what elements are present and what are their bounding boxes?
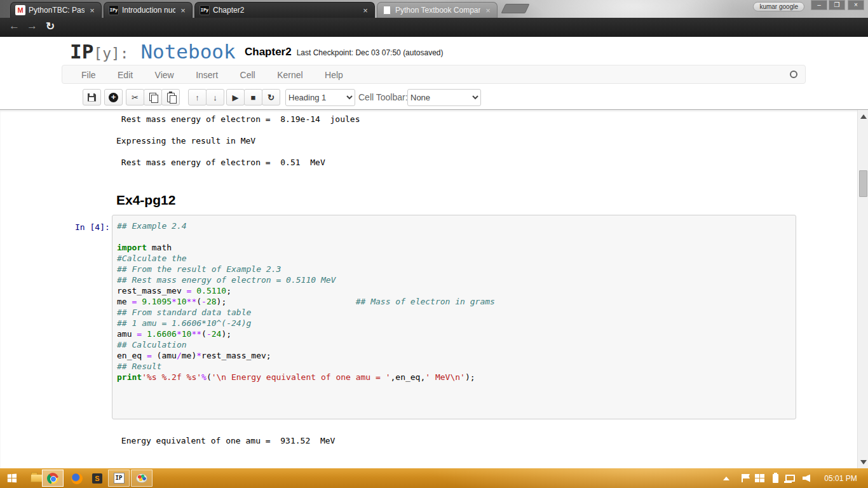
cut-cell-button[interactable]: ✂ [126, 89, 144, 105]
browser-tab-intro-nuclear[interactable]: IPy Introduction nuclear engin × [104, 2, 193, 18]
window-minimize-button[interactable]: – [811, 0, 827, 10]
back-icon[interactable]: ← [9, 20, 20, 32]
notebook-area: Rest mass energy of electron = 8.19e-14 … [0, 109, 868, 468]
tab-title: Python Textbook Compan [395, 6, 480, 15]
tab-close-icon[interactable]: × [179, 6, 187, 15]
browser-tab-textbook-companion[interactable]: Python Textbook Compan × [377, 2, 498, 18]
move-cell-down-button[interactable]: ↓ [206, 89, 224, 105]
move-cell-up-button[interactable]: ↑ [188, 89, 207, 105]
windows-taskbar: S IP 05:01 PM [0, 468, 868, 488]
paint-taskbar-button[interactable] [131, 470, 153, 487]
tab-title: Introduction nuclear engin [122, 6, 175, 15]
checkpoint-status: Last Checkpoint: Dec 03 07:50 (autosaved… [297, 48, 444, 57]
forward-icon[interactable]: → [27, 20, 37, 32]
chrome-taskbar-button[interactable] [42, 470, 64, 487]
browser-tab-gmail[interactable]: M PythonTBC: Password Rese × [10, 2, 102, 18]
menu-insert[interactable]: Insert [186, 65, 227, 85]
scrollbar[interactable] [857, 110, 868, 469]
cell-toolbar-label: Cell Toolbar: [358, 92, 408, 102]
menu-cell[interactable]: Cell [231, 65, 265, 85]
play-icon: ▶ [233, 93, 239, 102]
arrow-up-icon: ↑ [195, 93, 200, 102]
battery-status-button[interactable] [768, 468, 782, 488]
restart-kernel-button[interactable]: ↻ [262, 89, 280, 105]
window-grid-icon [755, 474, 764, 482]
ipython-favicon: IPy [109, 5, 119, 15]
tab-close-icon[interactable]: × [484, 6, 492, 15]
chrome-icon [47, 473, 58, 484]
firefox-taskbar-button[interactable] [66, 470, 88, 487]
menu-file[interactable]: File [72, 65, 105, 85]
menu-view[interactable]: View [146, 65, 184, 85]
tab-title: Chapter2 [213, 6, 358, 15]
paint-palette-icon [136, 473, 147, 483]
show-hidden-icons-button[interactable] [719, 468, 733, 488]
section-heading[interactable]: Ex4-pg12 [116, 193, 175, 208]
flag-icon [742, 474, 743, 482]
ipython-icon: IP [114, 473, 125, 484]
scroll-down-icon[interactable] [860, 460, 867, 464]
notebook-header: IP[y]: Notebook Chapter2Last Checkpoint:… [0, 37, 868, 65]
code-cell[interactable]: ## Example 2.4 import math#Calculate the… [112, 215, 796, 419]
arrow-down-icon: ↓ [213, 93, 217, 102]
menu-kernel[interactable]: Kernel [268, 65, 312, 85]
code-editor[interactable]: ## Example 2.4 import math#Calculate the… [117, 220, 796, 415]
input-prompt: In [4]: [75, 222, 110, 232]
gmail-icon: M [15, 5, 25, 15]
tab-close-icon[interactable]: × [88, 6, 97, 15]
interrupt-kernel-button[interactable]: ■ [244, 89, 262, 105]
add-cell-button[interactable]: + [104, 89, 123, 105]
notebook-title[interactable]: Chapter2 [245, 46, 292, 58]
run-cell-button[interactable]: ▶ [226, 89, 245, 105]
action-center-button[interactable] [735, 468, 750, 488]
scrollbar-thumb[interactable] [859, 170, 867, 197]
plus-icon: + [109, 93, 118, 102]
chevron-up-icon [723, 477, 729, 480]
taskbar-clock[interactable]: 05:01 PM [818, 468, 863, 488]
ipython-logo[interactable]: IP[y]: Notebook [70, 40, 236, 63]
tab-title: PythonTBC: Password Rese [29, 6, 85, 15]
save-button[interactable] [83, 89, 101, 105]
tab-close-icon[interactable]: × [361, 6, 370, 15]
new-tab-button[interactable] [501, 4, 530, 13]
browser-tab-strip: M PythonTBC: Password Rese × IPy Introdu… [0, 0, 868, 18]
tray-app-button[interactable] [751, 468, 768, 488]
profile-badge[interactable]: kumar google [753, 2, 804, 11]
ipython-taskbar-button[interactable]: IP [108, 470, 130, 487]
ipython-favicon: IPy [200, 5, 210, 15]
network-icon [785, 475, 795, 482]
volume-button[interactable] [798, 468, 815, 488]
speaker-icon [803, 475, 810, 482]
restart-icon: ↻ [268, 93, 275, 102]
window-restore-button[interactable]: ❐ [829, 0, 845, 10]
cell-type-select[interactable]: Heading 1 [285, 89, 355, 106]
window-close-button[interactable]: × [848, 0, 864, 10]
sublime-taskbar-button[interactable]: S [86, 470, 108, 487]
paste-icon [167, 93, 175, 102]
scroll-up-icon[interactable] [860, 114, 867, 119]
scissors-icon: ✂ [132, 93, 139, 102]
menu-help[interactable]: Help [315, 65, 353, 85]
network-status-button[interactable] [782, 468, 798, 488]
firefox-icon [71, 473, 83, 484]
stop-icon: ■ [251, 93, 256, 102]
start-button[interactable] [1, 470, 23, 487]
paste-cell-button[interactable] [161, 89, 180, 105]
sublime-icon: S [92, 473, 102, 484]
browser-toolbar: ← → ↻ localhost:8888/notebooks/Introduct… [0, 18, 868, 37]
notebook-menubar: File Edit View Insert Cell Kernel Help [62, 65, 806, 84]
cell-output-text: Rest mass energy of electron = 8.19e-14 … [116, 114, 360, 168]
battery-icon [773, 474, 778, 483]
kernel-idle-indicator-icon [790, 71, 797, 78]
document-favicon [382, 5, 392, 15]
windows-logo-icon [8, 473, 17, 483]
reload-icon[interactable]: ↻ [46, 20, 55, 33]
notebook-toolbar: + ✂ ↑ ↓ ▶ ■ ↻ Heading 1 Cell Toolbar: No… [0, 84, 868, 109]
cell-toolbar-select[interactable]: None [407, 89, 481, 106]
browser-tab-chapter2-active[interactable]: IPy Chapter2 × [194, 2, 375, 18]
cell-output-text: Energy equivalent of one amu = 931.52 Me… [116, 435, 335, 446]
save-icon [88, 93, 96, 102]
copy-cell-button[interactable] [144, 89, 162, 105]
folder-icon [31, 474, 43, 482]
menu-edit[interactable]: Edit [108, 65, 142, 85]
